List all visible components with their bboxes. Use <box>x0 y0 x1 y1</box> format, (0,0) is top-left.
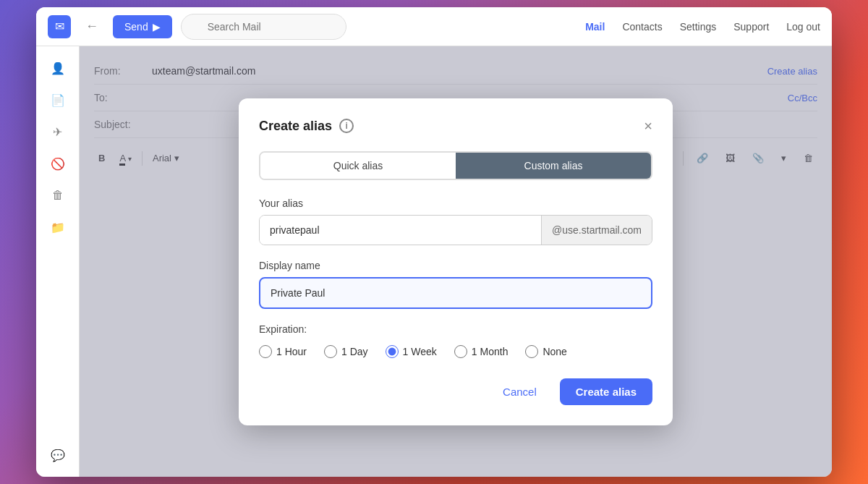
expiration-section: Expiration: 1 Hour 1 Day <box>259 323 652 358</box>
alias-field-group: Your alias @use.startmail.com <box>259 198 652 245</box>
sidebar-icon-chat[interactable]: 💬 <box>45 442 71 468</box>
send-button[interactable]: Send ▶ <box>113 15 172 38</box>
sidebar-icon-folder[interactable]: 📁 <box>45 214 71 240</box>
radio-1hour[interactable]: 1 Hour <box>259 345 307 358</box>
display-name-field-group: Display name <box>259 260 652 309</box>
radio-1week[interactable]: 1 Week <box>386 345 437 358</box>
search-input[interactable] <box>181 14 346 40</box>
app-logo: ✉ <box>48 15 71 38</box>
radio-1day[interactable]: 1 Day <box>324 345 368 358</box>
alias-input-wrapper: @use.startmail.com <box>259 215 652 245</box>
radio-input-1hour[interactable] <box>259 345 272 358</box>
modal-title-wrapper: Create alias i <box>259 119 354 134</box>
display-name-label: Display name <box>259 260 652 271</box>
sidebar-icon-document[interactable]: 📄 <box>45 87 71 113</box>
radio-input-none[interactable] <box>525 345 538 358</box>
modal-header: Create alias i × <box>259 119 652 134</box>
modal-title: Create alias <box>259 119 332 134</box>
sidebar-icon-trash[interactable]: 🗑 <box>45 182 71 208</box>
create-alias-modal: Create alias i × Quick alias Custom alia… <box>239 98 673 425</box>
nav-support[interactable]: Support <box>733 21 769 33</box>
alias-label: Your alias <box>259 198 652 209</box>
radio-input-1week[interactable] <box>386 345 399 358</box>
send-icon: ▶ <box>153 21 161 33</box>
radio-none[interactable]: None <box>525 345 566 358</box>
alias-domain: @use.startmail.com <box>541 216 652 245</box>
nav-settings[interactable]: Settings <box>680 21 717 33</box>
top-nav: ✉ ← Send ▶ 🔍 Mail Contacts Settings Supp… <box>36 7 832 46</box>
modal-overlay: Create alias i × Quick alias Custom alia… <box>80 46 832 477</box>
radio-group: 1 Hour 1 Day 1 Week <box>259 345 652 358</box>
modal-close-button[interactable]: × <box>644 119 652 133</box>
sidebar-icon-send[interactable]: ✈ <box>45 119 71 145</box>
info-icon[interactable]: i <box>339 119 354 133</box>
nav-mail[interactable]: Mail <box>585 21 605 33</box>
compose-area: From: uxteam@startmail.com Create alias … <box>80 46 832 477</box>
tab-quick-alias[interactable]: Quick alias <box>260 153 456 179</box>
sidebar-icon-user[interactable]: 👤 <box>45 55 71 81</box>
cancel-button[interactable]: Cancel <box>488 378 551 405</box>
display-name-input[interactable] <box>259 277 652 309</box>
search-wrapper: 🔍 <box>181 14 485 40</box>
app-container: ✉ ← Send ▶ 🔍 Mail Contacts Settings Supp… <box>36 7 832 477</box>
radio-input-1month[interactable] <box>454 345 467 358</box>
nav-logout[interactable]: Log out <box>786 21 820 33</box>
back-button[interactable]: ← <box>80 16 104 37</box>
nav-links: Mail Contacts Settings Support Log out <box>585 21 820 33</box>
radio-input-1day[interactable] <box>324 345 337 358</box>
nav-contacts[interactable]: Contacts <box>622 21 662 33</box>
modal-footer: Cancel Create alias <box>259 378 652 405</box>
sidebar: 👤 📄 ✈ 🚫 🗑 📁 💬 <box>36 46 80 477</box>
tab-switcher: Quick alias Custom alias <box>259 151 652 180</box>
radio-1month[interactable]: 1 Month <box>454 345 509 358</box>
expiration-label: Expiration: <box>259 323 652 335</box>
alias-input[interactable] <box>260 216 541 245</box>
main-area: 👤 📄 ✈ 🚫 🗑 📁 💬 From: uxteam@startmail.com… <box>36 46 832 477</box>
create-alias-button[interactable]: Create alias <box>560 378 652 405</box>
tab-custom-alias[interactable]: Custom alias <box>456 153 651 179</box>
sidebar-icon-block[interactable]: 🚫 <box>45 150 71 177</box>
